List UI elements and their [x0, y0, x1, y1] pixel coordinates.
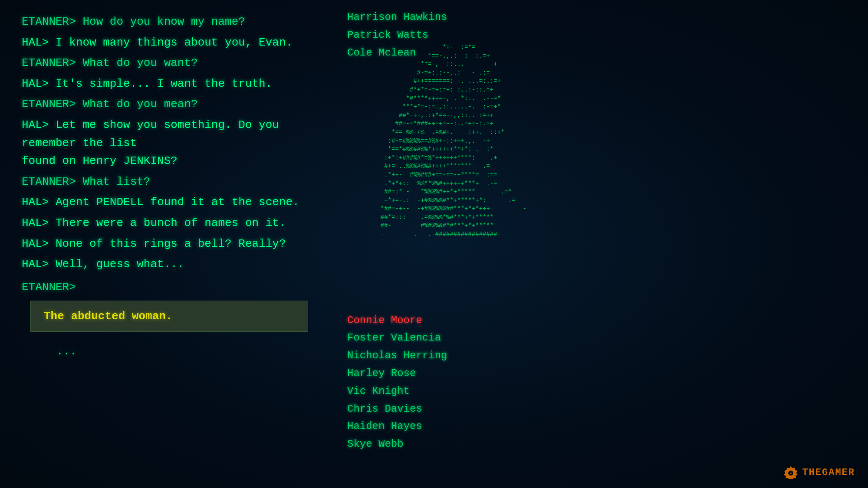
- name-skye: Skye Webb: [347, 436, 447, 453]
- ascii-art: *+- :=*= *==-.,.: : :.=+ **=-, ::.., -+ …: [373, 43, 526, 239]
- watermark: G THEGAMER: [784, 465, 855, 479]
- chat-line-5: ETANNER> What do you mean?: [22, 95, 308, 114]
- thegamer-icon: G: [784, 465, 798, 479]
- response-text: The abducted woman.: [44, 310, 172, 323]
- chat-line-11: HAL> Well, guess what...: [22, 255, 308, 274]
- chat-line-1: ETANNER> How do you know my name?: [22, 13, 308, 31]
- input-prompt: ETANNER>: [22, 281, 308, 294]
- chat-line-8: HAL> Agent PENDELL found it at the scene…: [22, 193, 308, 212]
- name-nicholas: Nicholas Herring: [347, 347, 447, 365]
- chat-line-7: ETANNER> What list?: [22, 173, 308, 191]
- chat-line-4: HAL> It's simple... I want the truth.: [22, 75, 308, 93]
- name-chris: Chris Davies: [347, 400, 447, 418]
- watermark-label: THEGAMER: [802, 467, 855, 478]
- chat-line-2: HAL> I know many things about you, Evan.: [22, 34, 308, 52]
- chat-line-6b: found on Henry JENKINS?: [22, 152, 308, 170]
- chat-line-9: HAL> There were a bunch of names on it.: [22, 214, 308, 233]
- names-bottom: Connie Moore Foster Valencia Nicholas He…: [347, 312, 447, 453]
- chat-line-3: ETANNER> What do you want?: [22, 54, 308, 72]
- name-harley: Harley Rose: [347, 365, 447, 383]
- svg-text:G: G: [790, 472, 792, 474]
- name-haiden: Haiden Hayes: [347, 418, 447, 436]
- name-patrick: Patrick Watts: [347, 26, 447, 44]
- name-vic: Vic Knight: [347, 383, 447, 400]
- name-foster: Foster Valencia: [347, 329, 447, 347]
- ellipsis: ...: [56, 345, 308, 358]
- name-harrison: Harrison Hawkins: [347, 9, 447, 26]
- name-connie: Connie Moore: [347, 312, 447, 330]
- response-box: The abducted woman.: [30, 301, 308, 332]
- input-area: ETANNER> The abducted woman.: [22, 281, 308, 332]
- right-panel: Harrison Hawkins Patrick Watts Cole Mcle…: [330, 0, 868, 488]
- chat-line-10: HAL> None of this rings a bell? Really?: [22, 235, 308, 253]
- chat-line-6: HAL> Let me show you something. Do you r…: [22, 116, 308, 152]
- left-panel: ETANNER> How do you know my name? HAL> I…: [0, 0, 330, 488]
- game-screen: ETANNER> How do you know my name? HAL> I…: [0, 0, 868, 488]
